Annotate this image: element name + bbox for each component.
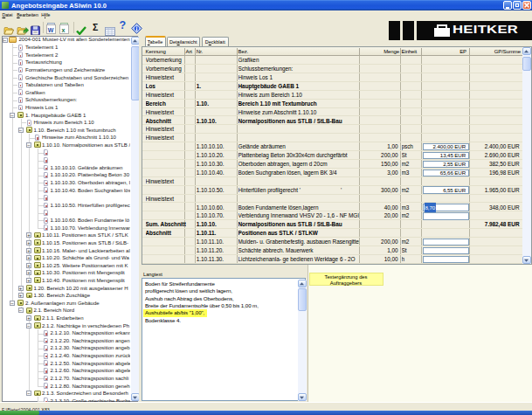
svg-text:W: W [47, 27, 53, 33]
svg-text:x: x [61, 27, 65, 33]
